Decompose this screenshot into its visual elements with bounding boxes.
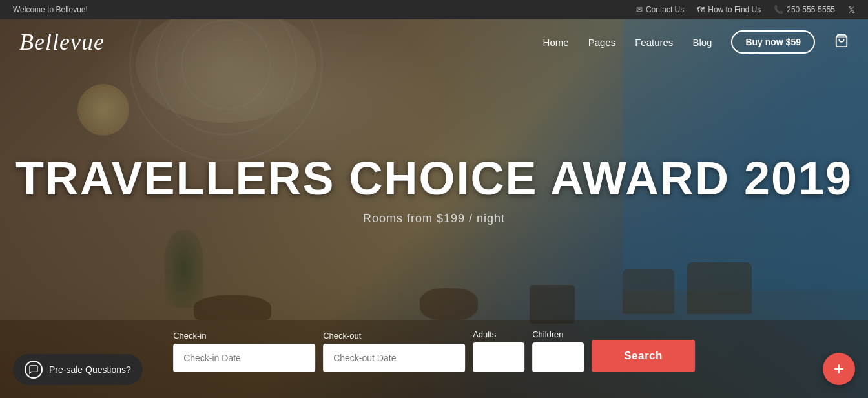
adults-group: Adults 2 — [473, 330, 524, 372]
checkin-input[interactable] — [173, 344, 315, 372]
phone-icon: 📞 — [774, 5, 783, 14]
topbar-right: ✉ Contact Us 🗺 How to Find Us 📞 250-555-… — [636, 5, 855, 15]
nav-features[interactable]: Features — [635, 37, 673, 48]
contact-us-link[interactable]: ✉ Contact Us — [636, 5, 684, 14]
topbar: Welcome to Bellevue! ✉ Contact Us 🗺 How … — [0, 0, 868, 19]
search-button[interactable]: Search — [592, 340, 695, 372]
map-icon: 🗺 — [697, 5, 705, 14]
site-logo[interactable]: Bellevue — [19, 28, 105, 56]
checkout-group: Check-out — [323, 331, 465, 372]
nav-blog[interactable]: Blog — [692, 37, 712, 48]
children-group: Children 2 — [532, 330, 584, 372]
nav-pages[interactable]: Pages — [588, 37, 616, 48]
plus-button[interactable]: + — [823, 353, 855, 385]
envelope-icon: ✉ — [636, 5, 643, 14]
chat-label: Pre-sale Questions? — [49, 364, 131, 375]
hero-title: TRAVELLERS CHOICE AWARD 2019 — [0, 153, 868, 204]
checkout-label: Check-out — [323, 331, 465, 340]
find-us-link[interactable]: 🗺 How to Find Us — [697, 5, 761, 14]
adults-input[interactable]: 2 — [473, 342, 524, 372]
checkout-input[interactable] — [323, 344, 465, 372]
hero-subtitle: Rooms from $199 / night — [0, 212, 868, 225]
children-input[interactable]: 2 — [532, 342, 584, 372]
twitter-icon: 𝕏 — [848, 5, 855, 15]
twitter-link[interactable]: 𝕏 — [848, 5, 855, 15]
checkin-label: Check-in — [173, 331, 315, 340]
hero-content: TRAVELLERS CHOICE AWARD 2019 Rooms from … — [0, 153, 868, 225]
cart-icon[interactable] — [834, 34, 849, 51]
checkin-group: Check-in — [173, 331, 315, 372]
chat-icon — [25, 361, 43, 379]
nav-home[interactable]: Home — [543, 37, 569, 48]
phone-link[interactable]: 📞 250-555-5555 — [774, 5, 835, 14]
navbar: Bellevue Home Pages Features Blog Buy no… — [0, 19, 868, 65]
hero-section: Bellevue Home Pages Features Blog Buy no… — [0, 19, 868, 398]
welcome-text: Welcome to Bellevue! — [13, 5, 88, 14]
children-label: Children — [532, 330, 584, 339]
adults-label: Adults — [473, 330, 524, 339]
buy-now-button[interactable]: Buy now $59 — [731, 30, 815, 54]
booking-form: Check-in Check-out Adults 2 Children 2 S… — [173, 330, 695, 372]
nav-links: Home Pages Features Blog Buy now $59 — [543, 30, 849, 54]
chat-bubble[interactable]: Pre-sale Questions? — [13, 354, 143, 385]
